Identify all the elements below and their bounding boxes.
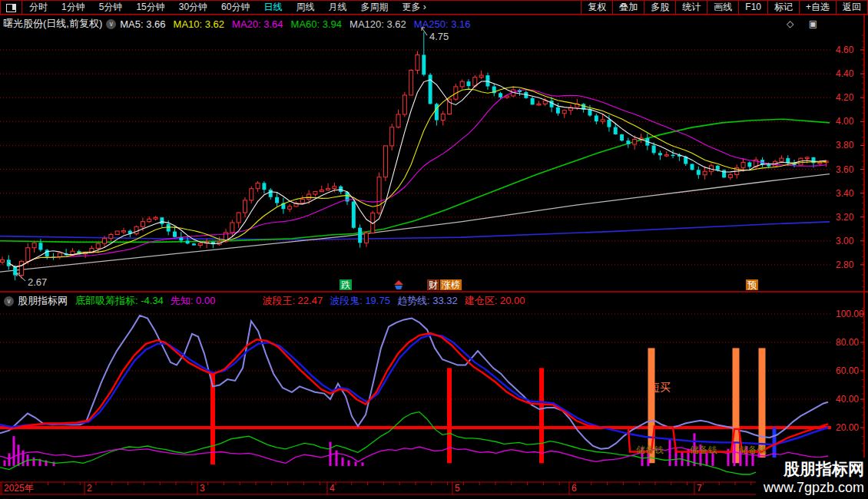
indicator-site-title: 股朋指标网 [18,294,68,308]
indicator-value-5: 建仓区: 20.00 [465,295,525,306]
svg-text:2.80: 2.80 [836,259,854,270]
svg-text:4.00: 4.00 [836,116,854,127]
svg-text:6: 6 [571,483,577,494]
forecast-badge[interactable]: 预 [746,279,758,290]
clipped-bottom-row: ▗▖ ▗▖ [0,495,868,499]
svg-text:4.20: 4.20 [836,92,854,103]
svg-text:5: 5 [455,483,460,494]
svg-text:7: 7 [697,483,702,494]
svg-text:4.60: 4.60 [836,45,854,55]
fall-badge[interactable]: 跌 [340,279,352,290]
svg-text:20.00: 20.00 [836,422,859,433]
chevron-down-icon[interactable]: ∨ [4,296,14,306]
svg-text:3.60: 3.60 [836,164,854,175]
chart-area[interactable]: 4.604.404.204.003.803.603.403.203.002.80… [0,0,868,499]
svg-text:3.40: 3.40 [836,188,854,199]
svg-text:4.75: 4.75 [429,31,449,42]
svg-text:4.40: 4.40 [836,68,854,79]
rank-badge[interactable]: 涨榜 [440,279,462,290]
indicator-value-4: 趋势线: 33.32 [397,295,458,306]
svg-text:3.80: 3.80 [836,140,854,150]
svg-text:3: 3 [200,483,205,494]
svg-text:40.00: 40.00 [836,394,859,405]
svg-text:2.67: 2.67 [28,276,47,288]
chart-canvas: 4.604.404.204.003.803.603.403.203.002.80… [0,0,868,499]
indicator-value-0: 底部吸筹指标: -4.34 [75,295,164,306]
svg-text:3.20: 3.20 [836,212,854,223]
indicator-values: 底部吸筹指标: -4.34先知: 0.00波段王: 22.47波段鬼: 19.7… [75,294,532,308]
indicator-header: ∨ 股朋指标网 底部吸筹指标: -4.34先知: 0.00波段王: 22.47波… [0,294,830,308]
svg-text:2: 2 [87,483,92,494]
indicator-value-2: 波段王: 22.47 [262,295,323,306]
indicator-value-3: 波段鬼: 19.75 [330,295,390,306]
svg-text:80.00: 80.00 [836,337,859,348]
indicator-value-1: 先知: 0.00 [171,295,216,306]
watermark-url: www.7gpzb.com [756,479,864,496]
svg-text:100.00: 100.00 [836,309,864,319]
svg-text:3.00: 3.00 [836,236,854,246]
svg-text:60.00: 60.00 [836,365,859,376]
watermark: 股朋指标网 www.7gpzb.com [756,458,868,499]
rank-badge-prefix[interactable]: 财 [427,279,439,290]
svg-text:短买: 短买 [649,381,671,393]
svg-text:4: 4 [330,483,335,494]
svg-text:储备钱: 储备钱 [690,444,717,455]
svg-text:2025年: 2025年 [4,483,34,494]
watermark-site-name: 股朋指标网 [756,459,864,479]
svg-text:储备钱: 储备钱 [636,444,664,455]
svg-text:储备钱: 储备钱 [739,444,767,455]
